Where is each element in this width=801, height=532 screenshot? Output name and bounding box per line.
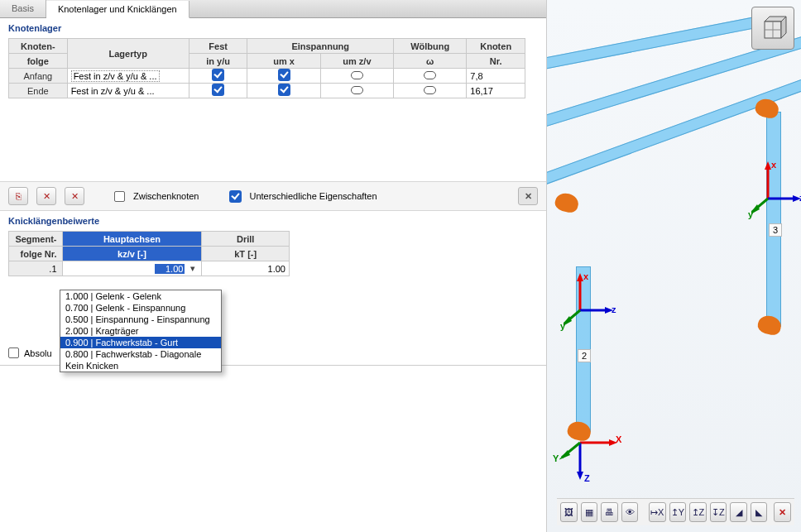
svg-marker-15 (577, 472, 583, 480)
global-axis-icon (559, 422, 626, 488)
view-y-icon[interactable]: ↥Y (669, 502, 687, 522)
view-iso2-icon[interactable]: ◣ (751, 502, 768, 522)
dropdown-item[interactable]: 0.500 | Einspannung - Einspannung (60, 314, 221, 325)
support-icon (554, 191, 581, 214)
knoten-nr: 16,17 (467, 84, 525, 98)
table-row[interactable]: .1 1.00 ▾ 1.00 (9, 261, 290, 276)
kt-value[interactable]: 1.00 (202, 261, 290, 276)
check-einsp-x[interactable] (247, 69, 320, 84)
axis-gizmo-icon (751, 161, 801, 219)
check-einsp-zv[interactable] (320, 69, 393, 84)
check-woelbung[interactable] (394, 84, 467, 98)
col-woelbung-sub: ω (394, 54, 467, 69)
col-einspannung: Einspannung (247, 39, 394, 54)
svg-marker-1 (765, 161, 771, 170)
col-fest: Fest (189, 39, 247, 54)
tool-delete-row-icon[interactable]: ✕ (36, 187, 56, 205)
check-fest[interactable] (189, 69, 247, 84)
unterschiedliche-label: Unterschiedliche Eigenschaften (250, 191, 377, 201)
col-knoten-sub: Nr. (467, 54, 525, 69)
chevron-down-icon[interactable]: ▾ (186, 262, 199, 275)
section-knicklaengen-title: Knicklängenbeiwerte (0, 211, 546, 231)
col-einsp-zv: um z/v (320, 54, 393, 69)
dropdown-item[interactable]: 0.800 | Fachwerkstab - Diagonale (60, 348, 221, 360)
absolute-checkbox[interactable] (8, 347, 19, 358)
check-einsp-x[interactable] (247, 84, 320, 98)
table-row[interactable]: Ende Fest in z/v & y/u & ... 16,17 (9, 84, 525, 98)
check-einsp-zv[interactable] (320, 84, 393, 98)
row-folge: Anfang (9, 69, 68, 84)
row-folge: Ende (9, 84, 68, 98)
col-fest-sub: in y/u (189, 54, 247, 69)
col-segment-sub: folge Nr. (9, 247, 63, 261)
check-woelbung[interactable] (394, 69, 467, 84)
col-knotenfolge: Knoten- (9, 39, 68, 54)
absolute-label: Absolu (24, 348, 52, 358)
col-knotenfolge-sub: folge (9, 54, 68, 69)
dropdown-item[interactable]: 1.000 | Gelenk - Gelenk (60, 290, 221, 302)
tool-copy-icon[interactable]: ⎘ (8, 187, 28, 205)
close-section-icon[interactable]: ✕ (518, 187, 538, 205)
power-off-icon[interactable]: ✕ (774, 502, 791, 522)
view-image-icon[interactable]: 🖼 (560, 502, 578, 522)
row-lagertyp[interactable]: Fest in z/v & y/u & ... (67, 84, 189, 98)
axis-gizmo-icon (564, 273, 621, 331)
row-lagertyp[interactable]: Fest in z/v & y/u & ... (67, 69, 189, 84)
col-hauptachsen-sub[interactable]: kz/v [-] (62, 247, 202, 261)
member-label-3: 3 (769, 223, 782, 237)
col-segment: Segment- (9, 232, 63, 247)
member-label-2: 2 (578, 349, 591, 362)
svg-marker-7 (577, 273, 583, 281)
knicklaengen-table: Segment- Hauptachsen Drill folge Nr. kz/… (8, 231, 290, 276)
unterschiedliche-checkbox[interactable] (229, 190, 242, 203)
view-iso1-icon[interactable]: ◢ (730, 502, 747, 522)
col-einsp-x: um x (247, 54, 320, 69)
check-fest[interactable] (189, 84, 247, 98)
eye-icon[interactable]: 👁 (621, 502, 639, 522)
kz-dropdown-list: 1.000 | Gelenk - Gelenk 0.700 | Gelenk -… (60, 290, 222, 372)
col-drill: Drill (202, 232, 290, 247)
section-knotenlager-title: Knotenlager (0, 18, 546, 38)
tab-knotenlager[interactable]: Knotenlager und Knicklängen (46, 1, 189, 18)
view-render-icon[interactable]: ▦ (581, 502, 598, 522)
seg-id: .1 (9, 261, 63, 276)
col-woelbung: Wölbung (394, 39, 467, 54)
col-knoten: Knoten (467, 39, 525, 54)
knoten-nr: 7,8 (467, 69, 525, 84)
table-row[interactable]: Anfang Fest in z/v & y/u & ... 7,8 (9, 69, 525, 84)
viewport-3d[interactable]: 2 3 x z y (546, 0, 801, 532)
zwischenknoten-checkbox[interactable] (114, 191, 125, 202)
view-x-icon[interactable]: ↦X (649, 502, 666, 522)
tab-bar: Basis Knotenlager und Knicklängen (0, 0, 546, 18)
view-nz-icon[interactable]: ↧Z (710, 502, 727, 522)
print-icon[interactable]: 🖶 (601, 502, 618, 522)
tool-delete-all-icon[interactable]: ✕ (65, 187, 84, 205)
view-z-icon[interactable]: ↥Z (689, 502, 707, 522)
dropdown-item[interactable]: 0.900 | Fachwerkstab - Gurt (60, 337, 221, 348)
dropdown-item[interactable]: Kein Knicken (60, 360, 221, 371)
dropdown-item[interactable]: 0.700 | Gelenk - Einspannung (60, 302, 221, 314)
col-lagertyp: Lagertyp (67, 39, 189, 69)
viewport-toolbar: 🖼 ▦ 🖶 👁 ↦X ↥Y ↥Z ↧Z ◢ ◣ ✕ (557, 498, 794, 525)
zwischenknoten-label: Zwischenknoten (133, 191, 199, 201)
tab-basis[interactable]: Basis (0, 0, 46, 17)
col-hauptachsen[interactable]: Hauptachsen (62, 232, 202, 247)
dropdown-item[interactable]: 2.000 | Kragträger (60, 325, 221, 337)
navigation-cube-icon[interactable] (751, 7, 794, 50)
kz-combobox[interactable]: 1.00 ▾ (62, 261, 202, 276)
col-drill-sub: kT [-] (202, 247, 290, 261)
knotenlager-table: Knoten- Lagertyp Fest Einspannung Wölbun… (8, 38, 525, 98)
